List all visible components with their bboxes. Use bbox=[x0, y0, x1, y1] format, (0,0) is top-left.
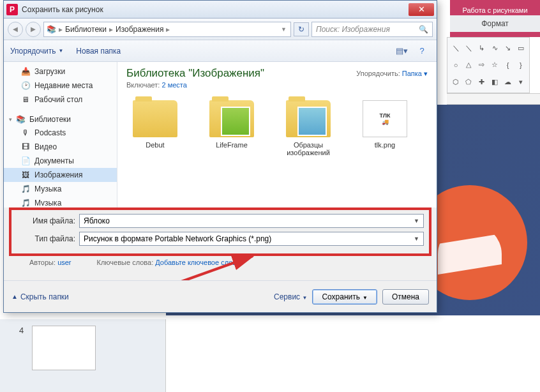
sidebar-label: Мvзыка bbox=[34, 199, 61, 207]
thumb-label: Debut bbox=[146, 141, 164, 149]
sidebar-item-images[interactable]: 🖼Изображения bbox=[4, 168, 117, 182]
sidebar-label: Недавние места bbox=[34, 81, 93, 90]
refresh-button[interactable]: ↻ bbox=[294, 22, 309, 36]
sidebar-item-podcasts[interactable]: 🎙Podcasts bbox=[4, 126, 117, 140]
sidebar-label: Загрузки bbox=[34, 67, 65, 76]
sidebar-item-documents[interactable]: 📄Документы bbox=[4, 154, 117, 168]
tools-dropdown[interactable]: Сервис ▼ bbox=[274, 292, 307, 301]
download-icon: 📥 bbox=[20, 66, 31, 77]
filetype-select[interactable]: Рисунок в формате Portable Network Graph… bbox=[79, 232, 424, 246]
folder-samples[interactable]: Образцы изображений bbox=[280, 100, 337, 156]
shape-tri-icon[interactable]: △ bbox=[464, 61, 473, 70]
add-keyword-link[interactable]: Добавьте ключевое слово bbox=[155, 259, 240, 266]
breadcrumb-sep-icon: ▸ bbox=[109, 25, 113, 34]
sidebar-label: Видео bbox=[34, 142, 57, 151]
shape-more-icon[interactable]: ▾ bbox=[516, 78, 525, 87]
nav-forward-button[interactable]: ► bbox=[26, 22, 41, 37]
sidebar-group-libraries[interactable]: ▾📚Библиотеки bbox=[4, 113, 117, 126]
breadcrumb-libraries[interactable]: Библиотеки bbox=[65, 25, 107, 34]
organize-label: Упорядочить bbox=[10, 47, 56, 56]
collapse-icon: ▲ bbox=[11, 293, 18, 300]
sidebar-item-desktop[interactable]: 🖥Рабочий стол bbox=[4, 93, 117, 107]
authors-value[interactable]: user bbox=[57, 259, 71, 266]
shape-rect-icon[interactable]: ▭ bbox=[516, 43, 525, 52]
sidebar-item-music2[interactable]: 🎵Мvзыка bbox=[4, 196, 117, 207]
file-tlk-png[interactable]: ТЛК🚚tlk.png bbox=[356, 100, 414, 156]
shape-brace-icon[interactable]: { bbox=[503, 61, 512, 70]
thumb-label: tlk.png bbox=[375, 141, 395, 149]
cancel-button[interactable]: Отмена bbox=[382, 289, 429, 305]
breadcrumb-path[interactable]: 📚 ▸ Библиотеки ▸ Изображения ▸ ▼ bbox=[43, 22, 291, 37]
filetype-value: Рисунок в формате Portable Network Graph… bbox=[84, 234, 271, 243]
help-button[interactable]: ? bbox=[414, 44, 430, 58]
sidebar-navigation: 📥Загрузки 🕑Недавние места 🖥Рабочий стол … bbox=[4, 62, 117, 207]
library-icon: 📚 bbox=[16, 115, 26, 124]
nav-back-button[interactable]: ◄ bbox=[8, 22, 23, 37]
podcast-icon: 🎙 bbox=[20, 128, 31, 138]
filename-input[interactable]: Яблоко ▼ bbox=[79, 214, 424, 228]
save-button[interactable]: Сохранить▼ bbox=[312, 289, 377, 305]
chevron-down-icon[interactable]: ▼ bbox=[414, 236, 419, 242]
chevron-down-icon: ▼ bbox=[363, 295, 368, 301]
new-folder-button[interactable]: Новая папка bbox=[76, 47, 121, 56]
hide-folders-button[interactable]: ▲ Скрыть папки bbox=[11, 292, 69, 301]
sidebar-item-music[interactable]: 🎵Музыка bbox=[4, 182, 117, 196]
search-placeholder: Поиск: Изображения bbox=[316, 25, 390, 34]
sidebar-item-downloads[interactable]: 📥Загрузки bbox=[4, 64, 117, 79]
folder-debut[interactable]: Debut bbox=[126, 100, 184, 156]
shape-curve-icon[interactable]: ∿ bbox=[490, 43, 499, 52]
shape-brace2-icon[interactable]: } bbox=[516, 61, 525, 70]
close-button[interactable]: ✕ bbox=[409, 3, 434, 16]
keywords-label: Ключевые слова: bbox=[97, 259, 154, 266]
breadcrumb-folder-icon: 📚 bbox=[47, 25, 56, 34]
slide-number-4: 4 bbox=[19, 326, 24, 335]
horizontal-ruler bbox=[447, 93, 540, 105]
shape-line2-icon[interactable]: ＼ bbox=[464, 43, 473, 52]
breadcrumb-images[interactable]: Изображения bbox=[116, 25, 163, 34]
sidebar-item-recent[interactable]: 🕑Недавние места bbox=[4, 79, 117, 93]
sort-by-control[interactable]: Упорядочить: Папка ▾ bbox=[356, 70, 428, 78]
shape-hex-icon[interactable]: ⬡ bbox=[451, 78, 460, 87]
thumb-label: LifeFrame bbox=[216, 141, 248, 149]
shape-pent-icon[interactable]: ⬠ bbox=[464, 78, 473, 87]
folder-icon bbox=[133, 100, 177, 137]
sidebar-label: Музыка bbox=[34, 185, 61, 193]
search-icon: 🔍 bbox=[419, 25, 428, 34]
sidebar-label: Библиотеки bbox=[29, 115, 71, 124]
search-input[interactable]: Поиск: Изображения 🔍 bbox=[311, 22, 433, 37]
shape-plus-icon[interactable]: ✚ bbox=[477, 78, 486, 87]
shape-oval-icon[interactable]: ○ bbox=[451, 61, 460, 70]
sidebar-item-video[interactable]: 🎞Видео bbox=[4, 140, 117, 154]
dialog-footer: ▲ Скрыть папки Сервис ▼ Сохранить▼ Отмен… bbox=[4, 280, 437, 312]
organize-button[interactable]: Упорядочить ▼ bbox=[10, 47, 63, 56]
view-mode-button[interactable]: ▤▾ bbox=[393, 44, 410, 58]
image-icon: 🖼 bbox=[20, 170, 31, 180]
dialog-titlebar[interactable]: P Сохранить как рисунок ✕ bbox=[4, 1, 437, 19]
shape-star-icon[interactable]: ☆ bbox=[490, 61, 499, 70]
slide-thumbnail-4[interactable] bbox=[32, 326, 96, 370]
authors-label: Авторы: bbox=[29, 259, 56, 266]
highlighted-form-area: Имя файла: Яблоко ▼ Тип файла: Рисунок в… bbox=[9, 207, 431, 256]
shape-connector-icon[interactable]: ↳ bbox=[477, 43, 486, 52]
shape-arrowr-icon[interactable]: ⇨ bbox=[477, 61, 486, 70]
shape-arrow-icon[interactable]: ↘ bbox=[503, 43, 512, 52]
breadcrumb-dropdown-icon[interactable]: ▼ bbox=[281, 26, 287, 33]
folder-content-area[interactable]: Библиотека "Изображения" Включает: 2 мес… bbox=[117, 62, 437, 207]
music-icon: 🎵 bbox=[20, 198, 31, 207]
chevron-down-icon[interactable]: ▼ bbox=[414, 218, 419, 224]
sidebar-label: Рабочий стол bbox=[34, 95, 82, 104]
sidebar-label: Podcasts bbox=[34, 128, 66, 137]
ribbon-tab-picture-tools[interactable]: Работа с рисунками Формат bbox=[450, 0, 540, 37]
shape-line-icon[interactable]: ＼ bbox=[451, 43, 460, 52]
shape-callout-icon[interactable]: ◧ bbox=[490, 78, 499, 87]
thumbnails-grid: Debut LifeFrame Образцы изображений ТЛК🚚… bbox=[126, 100, 428, 156]
shapes-gallery[interactable]: ＼ ＼ ↳ ∿ ↘ ▭ ○ △ ⇨ ☆ { } ⬡ ⬠ ✚ ◧ ☁ ▾ bbox=[447, 37, 530, 93]
save-as-picture-dialog: P Сохранить как рисунок ✕ ◄ ► 📚 ▸ Библио… bbox=[3, 0, 437, 313]
library-locations-link[interactable]: 2 места bbox=[161, 81, 186, 89]
dialog-toolbar: Упорядочить ▼ Новая папка ▤▾ ? bbox=[4, 40, 437, 62]
folder-lifeframe[interactable]: LifeFrame bbox=[203, 100, 260, 156]
sortby-value-link[interactable]: Папка ▾ bbox=[402, 70, 428, 77]
shape-cloud-icon[interactable]: ☁ bbox=[503, 78, 512, 87]
ribbon-tab-format[interactable]: Формат bbox=[450, 15, 540, 32]
sidebar-label: Документы bbox=[34, 156, 74, 165]
